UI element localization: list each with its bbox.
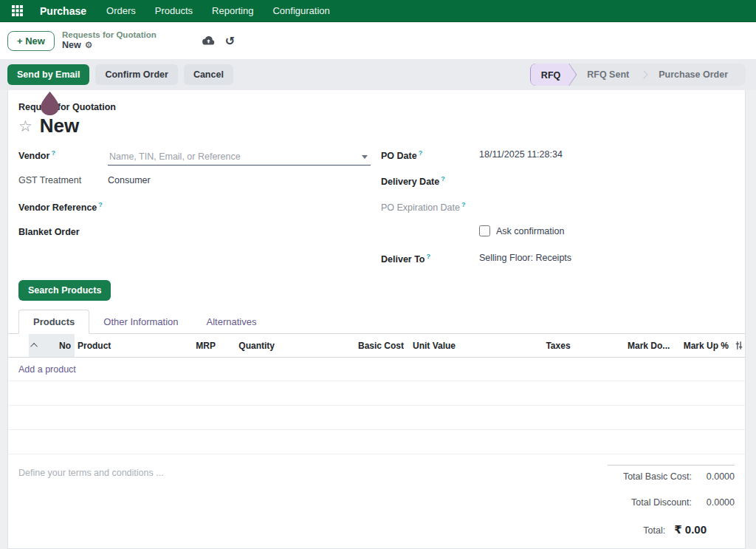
- help-icon: ?: [441, 175, 445, 183]
- tab-other-information[interactable]: Other Information: [89, 310, 192, 333]
- status-pipeline: RFQ RFQ Sent Purchase Order: [530, 64, 746, 86]
- nav-item-configuration[interactable]: Configuration: [264, 5, 337, 16]
- column-mark-down[interactable]: Mark Do...: [625, 341, 673, 351]
- discard-changes-icon[interactable]: ↺: [225, 34, 235, 48]
- help-icon: ?: [98, 201, 103, 208]
- tab-alternatives[interactable]: Alternatives: [193, 310, 271, 333]
- column-product[interactable]: Product: [75, 341, 178, 351]
- document-type-label: Request for Quotation: [18, 102, 735, 112]
- sheet-footer: Define your terms and conditions ... Tot…: [8, 454, 745, 549]
- order-lines-header: No Product MRP Quantity Basic Cost Unit …: [8, 334, 745, 358]
- terms-and-conditions-input[interactable]: Define your terms and conditions ...: [18, 465, 402, 549]
- column-quantity[interactable]: Quantity: [219, 341, 278, 351]
- grid-icon: [12, 5, 23, 16]
- action-row: Send by Email Confirm Order Cancel RFQ R…: [0, 59, 756, 90]
- total-discount-value: 0.0000: [692, 497, 735, 508]
- confirm-order-button[interactable]: Confirm Order: [95, 64, 177, 85]
- send-by-email-button[interactable]: Send by Email: [7, 64, 89, 85]
- blanket-order-label: Blanket Order: [18, 225, 108, 237]
- tab-products[interactable]: Products: [18, 310, 89, 334]
- empty-list-row: [8, 406, 745, 430]
- message-avatar-drop-icon[interactable]: [41, 92, 59, 118]
- ask-confirmation-field: Ask confirmation: [479, 225, 564, 236]
- breadcrumb-current: New ⚙: [62, 40, 157, 50]
- column-basic-cost[interactable]: Basic Cost: [278, 341, 407, 351]
- stage-rfq-sent[interactable]: RFQ Sent: [577, 64, 636, 85]
- column-mrp[interactable]: MRP: [178, 341, 219, 351]
- chevron-right-icon: [640, 70, 648, 78]
- vendor-reference-label: Vendor Reference?: [18, 200, 108, 213]
- column-mark-up[interactable]: Mark Up %: [673, 341, 732, 351]
- sort-ascending-icon: [30, 343, 38, 350]
- vendor-field[interactable]: [108, 148, 371, 166]
- column-taxes[interactable]: Taxes: [492, 341, 625, 351]
- optional-columns-icon[interactable]: [732, 334, 746, 357]
- favorite-star-icon[interactable]: ☆: [18, 118, 32, 134]
- column-no-label: No: [59, 341, 71, 351]
- help-icon: ?: [51, 149, 55, 157]
- notebook-tabs: Products Other Information Alternatives: [8, 310, 745, 334]
- dropdown-caret-icon[interactable]: [362, 155, 368, 159]
- deliver-to-value[interactable]: Selling Floor: Receipts: [479, 251, 571, 263]
- gst-treatment-value[interactable]: Consumer: [108, 174, 151, 185]
- form-sheet: Request for Quotation ☆ New Vendor? GST …: [7, 90, 746, 549]
- apps-menu-icon[interactable]: [6, 0, 28, 22]
- delivery-date-label: Delivery Date?: [381, 174, 479, 187]
- breadcrumb-parent-link[interactable]: Requests for Quotation: [62, 30, 157, 40]
- new-button[interactable]: + New: [7, 31, 55, 51]
- deliver-to-label: Deliver To?: [381, 251, 479, 265]
- stage-purchase-order[interactable]: Purchase Order: [648, 64, 735, 85]
- vendor-label: Vendor?: [18, 148, 108, 161]
- po-expiration-date-label: PO Expiration Date?: [381, 200, 479, 213]
- ask-confirmation-checkbox[interactable]: [479, 225, 490, 236]
- po-date-label: PO Date?: [381, 148, 479, 161]
- top-navbar: Purchase Orders Products Reporting Confi…: [0, 0, 756, 22]
- nav-item-reporting[interactable]: Reporting: [204, 5, 261, 16]
- totals-block: Total Basic Cost: 0.0000 Total Discount:…: [608, 465, 735, 549]
- column-unit-value[interactable]: Unit Value: [407, 341, 492, 351]
- help-icon: ?: [427, 253, 431, 260]
- vendor-input[interactable]: [109, 151, 357, 162]
- cloud-save-icon[interactable]: [202, 35, 215, 46]
- total-discount-label: Total Discount:: [608, 497, 692, 508]
- empty-list-row: [8, 381, 745, 406]
- breadcrumb-current-label: New: [62, 40, 81, 50]
- stage-rfq-label: RFQ: [541, 70, 560, 81]
- empty-list-row: [8, 430, 745, 454]
- help-icon: ?: [419, 149, 423, 157]
- add-product-link[interactable]: Add a product: [18, 364, 76, 375]
- column-no[interactable]: No: [29, 334, 75, 357]
- breadcrumb: Requests for Quotation New ⚙: [62, 30, 157, 51]
- cancel-button[interactable]: Cancel: [184, 64, 233, 85]
- total-value: ₹ 0.00: [674, 523, 707, 536]
- po-date-value[interactable]: 18/11/2025 11:28:34: [479, 148, 563, 160]
- stage-rfq[interactable]: RFQ: [530, 64, 577, 86]
- total-basic-cost-label: Total Basic Cost:: [608, 471, 692, 482]
- nav-app-purchase[interactable]: Purchase: [31, 5, 95, 17]
- search-products-button[interactable]: Search Products: [18, 280, 111, 301]
- nav-item-orders[interactable]: Orders: [98, 5, 144, 16]
- ask-confirmation-label: Ask confirmation: [496, 226, 564, 236]
- help-icon: ?: [461, 201, 466, 208]
- total-basic-cost-value: 0.0000: [692, 471, 735, 482]
- field-group: Vendor? GST Treatment Consumer Vendor Re…: [8, 137, 745, 277]
- total-label: Total:: [643, 525, 665, 536]
- gear-icon[interactable]: ⚙: [85, 41, 93, 51]
- nav-item-products[interactable]: Products: [147, 5, 201, 16]
- add-product-row: Add a product: [8, 358, 745, 381]
- gst-treatment-label: GST Treatment: [18, 174, 108, 185]
- control-panel: + New Requests for Quotation New ⚙ ↺: [0, 22, 756, 59]
